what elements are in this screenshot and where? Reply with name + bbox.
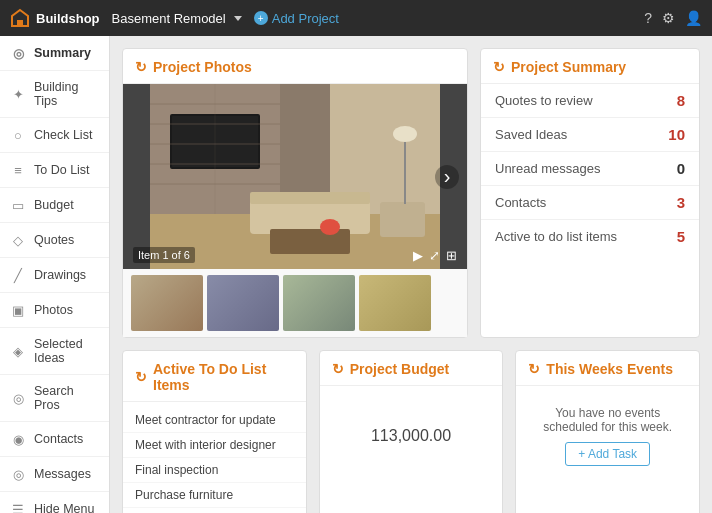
todo-item[interactable]: Purchase additional insurance (123, 508, 306, 513)
nav-actions: ? ⚙ 👤 (644, 10, 702, 26)
budget-card-title: ↻ Project Budget (320, 351, 503, 386)
thumbnail-4[interactable] (359, 275, 431, 331)
summary-row: Unread messages 0 (481, 152, 699, 186)
photos-card-title: ↻ Project Photos (123, 49, 467, 84)
sidebar-item-search-pros[interactable]: ◎ Search Pros (0, 375, 109, 422)
summary-row-value: 0 (677, 160, 685, 177)
add-task-button[interactable]: + Add Task (565, 442, 650, 466)
project-name: Basement Remodel (112, 11, 226, 26)
budget-title-text: Project Budget (350, 361, 450, 377)
add-project-label: Add Project (272, 11, 339, 26)
sidebar-label-search-pros: Search Pros (34, 384, 99, 412)
todo-item[interactable]: Purchase furniture (123, 483, 306, 508)
todo-list: Meet contractor for updateMeet with inte… (123, 402, 306, 513)
sidebar-item-photos[interactable]: ▣ Photos (0, 293, 109, 328)
todo-item[interactable]: Meet contractor for update (123, 408, 306, 433)
todo-icon: ↻ (135, 369, 147, 385)
add-project-button[interactable]: + Add Project (254, 11, 339, 26)
sidebar-label-drawings: Drawings (34, 268, 86, 282)
settings-icon[interactable]: ⚙ (662, 10, 675, 26)
svg-rect-9 (250, 192, 370, 204)
events-icon: ↻ (528, 361, 540, 377)
sidebar-icon-building-tips: ✦ (10, 86, 26, 102)
sidebar-item-drawings[interactable]: ╱ Drawings (0, 258, 109, 293)
sidebar-label-hide-menu: Hide Menu (34, 502, 94, 513)
photo-next-button[interactable]: › (435, 165, 459, 189)
sidebar-label-contacts: Contacts (34, 432, 83, 446)
project-selector[interactable]: Basement Remodel (112, 11, 242, 26)
play-icon[interactable]: ▶ (413, 248, 423, 263)
summary-rows: Quotes to review 8 Saved Ideas 10 Unread… (481, 84, 699, 253)
sidebar: ◎ Summary ✦ Building Tips ○ Check List ≡… (0, 36, 110, 513)
help-icon[interactable]: ? (644, 10, 652, 26)
budget-card: ↻ Project Budget 113,000.00 (319, 350, 504, 513)
sidebar-icon-check-list: ○ (10, 127, 26, 143)
thumbnail-3[interactable] (283, 275, 355, 331)
photo-label: Item 1 of 6 (133, 247, 195, 263)
sidebar-label-budget: Budget (34, 198, 74, 212)
summary-row-value: 10 (668, 126, 685, 143)
summary-row: Contacts 3 (481, 186, 699, 220)
summary-row-value: 8 (677, 92, 685, 109)
plus-circle-icon: + (254, 11, 268, 25)
events-title-text: This Weeks Events (546, 361, 673, 377)
sidebar-item-contacts[interactable]: ◉ Contacts (0, 422, 109, 457)
top-row: ↻ Project Photos (122, 48, 700, 338)
todo-card-title: ↻ Active To Do List Items (123, 351, 306, 402)
sidebar-icon-budget: ▭ (10, 197, 26, 213)
sidebar-item-selected-ideas[interactable]: ◈ Selected Ideas (0, 328, 109, 375)
thumbnail-2[interactable] (207, 275, 279, 331)
logo-icon (10, 8, 30, 28)
sidebar-item-hide-menu[interactable]: ☰ Hide Menu (0, 492, 109, 513)
sidebar-icon-selected-ideas: ◈ (10, 343, 26, 359)
sidebar-label-building-tips: Building Tips (34, 80, 99, 108)
user-icon[interactable]: 👤 (685, 10, 702, 26)
sidebar-item-to-do-list[interactable]: ≡ To Do List (0, 153, 109, 188)
events-empty-message: You have no events scheduled for this we… (526, 406, 689, 434)
sidebar-label-check-list: Check List (34, 128, 92, 142)
expand-icon[interactable]: ⤢ (429, 248, 440, 263)
photos-icon: ↻ (135, 59, 147, 75)
logo: Buildshop (10, 8, 100, 28)
events-body: You have no events scheduled for this we… (516, 386, 699, 486)
summary-row-label: Active to do list items (495, 229, 617, 244)
sidebar-item-summary[interactable]: ◎ Summary (0, 36, 109, 71)
svg-point-14 (393, 126, 417, 142)
summary-card: ↻ Project Summary Quotes to review 8 Sav… (480, 48, 700, 338)
thumbnail-1[interactable] (131, 275, 203, 331)
sidebar-icon-quotes: ◇ (10, 232, 26, 248)
sidebar-icon-drawings: ╱ (10, 267, 26, 283)
summary-card-title: ↻ Project Summary (481, 49, 699, 84)
summary-icon: ↻ (493, 59, 505, 75)
sidebar-item-budget[interactable]: ▭ Budget (0, 188, 109, 223)
todo-item[interactable]: Final inspection (123, 458, 306, 483)
summary-row-label: Quotes to review (495, 93, 593, 108)
sidebar-label-quotes: Quotes (34, 233, 74, 247)
bottom-row: ↻ Active To Do List Items Meet contracto… (122, 350, 700, 513)
sidebar-item-check-list[interactable]: ○ Check List (0, 118, 109, 153)
photo-controls: Item 1 of 6 ▶ ⤢ ⊞ (133, 247, 457, 263)
photo-image (123, 84, 467, 269)
room-svg (123, 84, 467, 269)
summary-row-value: 3 (677, 194, 685, 211)
summary-row-value: 5 (677, 228, 685, 245)
sidebar-item-building-tips[interactable]: ✦ Building Tips (0, 71, 109, 118)
svg-rect-1 (17, 20, 23, 26)
sidebar-label-messages: Messages (34, 467, 91, 481)
grid-icon[interactable]: ⊞ (446, 248, 457, 263)
photos-card: ↻ Project Photos (122, 48, 468, 338)
sidebar-icon-search-pros: ◎ (10, 390, 26, 406)
sidebar-item-messages[interactable]: ◎ Messages (0, 457, 109, 492)
photos-title-text: Project Photos (153, 59, 252, 75)
layout: ◎ Summary ✦ Building Tips ○ Check List ≡… (0, 36, 712, 513)
todo-item[interactable]: Meet with interior designer (123, 433, 306, 458)
sidebar-item-quotes[interactable]: ◇ Quotes (0, 223, 109, 258)
summary-row: Active to do list items 5 (481, 220, 699, 253)
budget-amount: 113,000.00 (320, 386, 503, 486)
summary-row-label: Unread messages (495, 161, 601, 176)
todo-title-text: Active To Do List Items (153, 361, 294, 393)
sidebar-label-photos: Photos (34, 303, 73, 317)
summary-row: Saved Ideas 10 (481, 118, 699, 152)
sidebar-label-summary: Summary (34, 46, 91, 60)
photo-icons: ▶ ⤢ ⊞ (413, 248, 457, 263)
